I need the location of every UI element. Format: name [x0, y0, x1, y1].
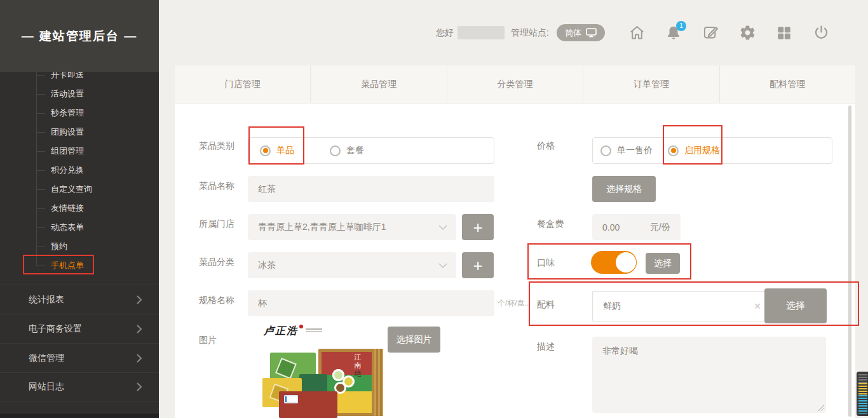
sidebar-item-custom-query[interactable]: 自定义查询 [0, 180, 159, 199]
store-add-button[interactable]: + [462, 214, 494, 240]
radio-single-price[interactable]: 单一售价 [600, 145, 653, 156]
topbar: 您好 管理站点: 简体 1 [159, 0, 868, 65]
chevron-down-icon [438, 225, 447, 230]
radio-single-dish[interactable]: 单品 [260, 145, 294, 156]
tab-label: 分类管理 [498, 79, 533, 90]
section-label: 电子商务设置 [29, 323, 82, 335]
tab-order-mgmt[interactable]: 订单管理 [583, 65, 719, 103]
dish-image-thumbnail[interactable]: 江 南 绝 [262, 345, 384, 418]
sidebar-item-group-mgmt[interactable]: 组团管理 [0, 142, 159, 161]
brand-name: 卢正浩 [264, 325, 298, 338]
box-fee-value: 0.00 [602, 222, 620, 233]
sidebar-item-seckill[interactable]: 秒杀管理 [0, 104, 159, 123]
home-icon[interactable] [628, 24, 646, 42]
sidebar: 开卡即送 活动设置 秒杀管理 团购设置 组团管理 积分兑换 自定义查询 友情链接… [0, 0, 159, 418]
radio-enable-spec[interactable]: 启用规格 [668, 145, 720, 156]
section-label: 统计报表 [29, 294, 64, 306]
section-label: 网站日志 [29, 381, 64, 393]
dish-category-label: 菜品分类 [199, 257, 234, 268]
dish-name-input[interactable] [248, 176, 494, 202]
gear-icon[interactable] [738, 24, 756, 42]
box-fee-label: 餐盒费 [537, 219, 564, 230]
sidebar-item-mobile-order[interactable]: 手机点单 [0, 256, 159, 275]
sidebar-item-reservation[interactable]: 预约 [0, 237, 159, 256]
brand-subtext [306, 328, 322, 333]
spec-name-input[interactable] [248, 290, 494, 316]
choose-image-button[interactable]: 选择图片 [388, 327, 440, 353]
scrollbar[interactable] [848, 105, 851, 417]
chevron-right-icon [136, 295, 142, 305]
sidebar-item-points-exchange[interactable]: 积分兑换 [0, 161, 159, 180]
flavor-toggle[interactable] [591, 251, 637, 274]
description-textarea[interactable]: 非常好喝 [592, 337, 826, 413]
choose-spec-button[interactable]: 选择规格 [592, 176, 656, 202]
tab-bar: 门店管理 菜品管理 分类管理 订单管理 配料管理 [175, 65, 855, 104]
radio-dot [668, 145, 679, 156]
bell-icon[interactable]: 1 [665, 24, 682, 42]
flavor-select-button[interactable]: 选择 [646, 253, 680, 274]
tab-category-mgmt[interactable]: 分类管理 [447, 65, 583, 103]
app-title: — 建站管理后台 — [22, 28, 138, 44]
sidebar-section-ecommerce[interactable]: 电子商务设置 [0, 314, 159, 343]
sidebar-item-groupbuy[interactable]: 团购设置 [0, 123, 159, 142]
radio-combo-dish[interactable]: 套餐 [330, 145, 364, 156]
power-icon[interactable] [812, 24, 830, 42]
ingredient-input[interactable]: 鲜奶 ✕ [592, 291, 771, 321]
ingredient-label: 配料 [537, 299, 555, 311]
edit-icon[interactable] [702, 24, 719, 42]
sidebar-bottom-strip [0, 414, 159, 418]
category-add-button[interactable]: + [462, 252, 494, 278]
dish-type-radio-group: 单品 套餐 [248, 137, 494, 164]
spec-name-label: 规格名称 [199, 295, 234, 306]
description-label: 描述 [537, 341, 555, 353]
tab-store-mgmt[interactable]: 门店管理 [175, 65, 310, 103]
store-select[interactable]: 青青原上草2,青青原上草咖啡厅1 [248, 214, 456, 240]
ingredient-select-button[interactable]: 选择 [764, 288, 827, 323]
tab-label: 门店管理 [225, 79, 261, 90]
tea-box-red [279, 391, 337, 418]
price-label: 价格 [537, 140, 555, 152]
chevron-down-icon [438, 263, 447, 268]
dish-name-label: 菜品名称 [199, 180, 234, 192]
resize-handle[interactable] [818, 405, 824, 411]
spec-name-hint: 个/杯/盘... [498, 298, 531, 309]
sidebar-item-activity-settings[interactable]: 活动设置 [0, 84, 159, 104]
box-fee-input[interactable]: 0.00 元/份 [592, 214, 681, 240]
dish-category-value: 冰茶 [258, 260, 438, 271]
chevron-right-icon [136, 353, 142, 363]
brand-logo: 卢正浩 [264, 325, 322, 338]
notification-badge: 1 [676, 21, 686, 31]
sidebar-menu: 开卡即送 活动设置 秒杀管理 团购设置 组团管理 积分兑换 自定义查询 友情链接… [0, 65, 159, 275]
tab-label: 订单管理 [634, 79, 669, 90]
sidebar-section-site-logs[interactable]: 网站日志 [0, 372, 159, 401]
greeting-text: 您好 [436, 27, 454, 39]
toggle-knob [616, 252, 636, 273]
app-logo: — 建站管理后台 — [0, 0, 159, 72]
sidebar-item-friend-links[interactable]: 友情链接 [0, 199, 159, 218]
sidebar-section-wechat[interactable]: 微信管理 [0, 343, 159, 372]
site-label: 管理站点: [511, 27, 549, 39]
radio-dot [330, 145, 341, 156]
radio-label: 套餐 [346, 145, 364, 156]
sidebar-sections: 统计报表 电子商务设置 微信管理 网站日志 [0, 285, 159, 401]
language-label: 简体 [565, 27, 581, 39]
radio-dot [260, 145, 271, 156]
dish-type-label: 菜品类别 [199, 140, 234, 152]
sidebar-item-dynamic-forms[interactable]: 动态表单 [0, 218, 159, 237]
tab-dish-mgmt[interactable]: 菜品管理 [310, 65, 446, 103]
dish-category-select[interactable]: 冰茶 [248, 252, 456, 278]
language-pill-button[interactable]: 简体 [557, 24, 605, 41]
apps-grid-icon[interactable] [775, 24, 793, 42]
ingredient-value: 鲜奶 [603, 300, 621, 312]
section-label: 微信管理 [29, 353, 64, 364]
box-fee-unit: 元/份 [650, 222, 670, 233]
screen-artifact [857, 372, 868, 416]
clear-icon[interactable]: ✕ [754, 301, 761, 311]
sidebar-section-stats[interactable]: 统计报表 [0, 285, 159, 314]
tab-ingredient-mgmt[interactable]: 配料管理 [719, 65, 855, 103]
chevron-right-icon [136, 382, 142, 392]
monitor-icon [586, 28, 597, 37]
brand-dot [299, 325, 303, 328]
radio-label: 单一售价 [617, 145, 653, 156]
image-label: 图片 [199, 335, 217, 346]
